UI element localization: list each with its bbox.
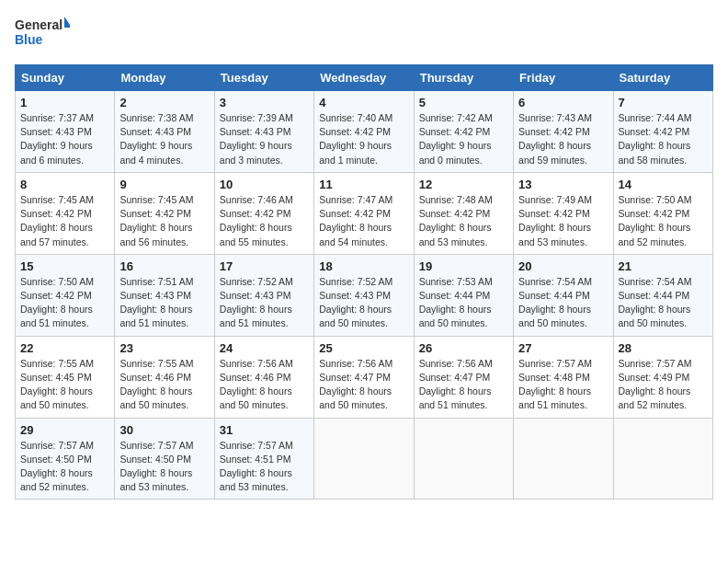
day-detail: Sunrise: 7:49 AM Sunset: 4:42 PM Dayligh… (518, 193, 608, 249)
day-detail: Sunrise: 7:38 AM Sunset: 4:43 PM Dayligh… (119, 111, 209, 167)
day-detail: Sunrise: 7:57 AM Sunset: 4:51 PM Dayligh… (220, 439, 309, 495)
header: General Blue (15, 15, 713, 53)
day-detail: Sunrise: 7:45 AM Sunset: 4:42 PM Dayligh… (119, 193, 209, 249)
day-number: 24 (220, 341, 309, 355)
day-number: 23 (119, 341, 209, 355)
calendar-cell (514, 418, 613, 500)
day-detail: Sunrise: 7:40 AM Sunset: 4:42 PM Dayligh… (319, 111, 408, 167)
weekday-header-monday: Monday (115, 65, 214, 91)
day-number: 28 (619, 341, 708, 355)
day-number: 14 (619, 178, 708, 191)
calendar-cell: 14Sunrise: 7:50 AM Sunset: 4:42 PM Dayli… (613, 172, 712, 254)
calendar-cell: 11Sunrise: 7:47 AM Sunset: 4:42 PM Dayli… (314, 172, 414, 254)
calendar-cell: 24Sunrise: 7:56 AM Sunset: 4:46 PM Dayli… (214, 336, 313, 418)
calendar-week-row: 22Sunrise: 7:55 AM Sunset: 4:45 PM Dayli… (16, 336, 713, 418)
calendar-cell: 27Sunrise: 7:57 AM Sunset: 4:48 PM Dayli… (514, 336, 613, 418)
day-number: 2 (119, 96, 209, 109)
calendar-cell: 21Sunrise: 7:54 AM Sunset: 4:44 PM Dayli… (613, 254, 712, 336)
day-number: 19 (419, 259, 508, 273)
day-detail: Sunrise: 7:51 AM Sunset: 4:43 PM Dayligh… (119, 275, 209, 331)
day-number: 30 (119, 423, 209, 437)
svg-text:General: General (15, 17, 63, 32)
calendar-cell: 8Sunrise: 7:45 AM Sunset: 4:42 PM Daylig… (16, 172, 115, 254)
calendar-cell: 12Sunrise: 7:48 AM Sunset: 4:42 PM Dayli… (414, 172, 513, 254)
day-number: 17 (220, 259, 309, 273)
day-number: 13 (518, 178, 608, 191)
logo: General Blue (15, 15, 70, 53)
day-number: 6 (518, 96, 608, 109)
day-detail: Sunrise: 7:57 AM Sunset: 4:48 PM Dayligh… (518, 357, 608, 413)
svg-text:Blue: Blue (15, 32, 43, 47)
calendar-cell: 23Sunrise: 7:55 AM Sunset: 4:46 PM Dayli… (115, 336, 214, 418)
day-number: 26 (419, 341, 508, 355)
day-detail: Sunrise: 7:54 AM Sunset: 4:44 PM Dayligh… (518, 275, 608, 331)
day-number: 25 (319, 341, 408, 355)
day-number: 16 (119, 259, 209, 273)
day-number: 11 (319, 178, 408, 191)
calendar-cell: 28Sunrise: 7:57 AM Sunset: 4:49 PM Dayli… (613, 336, 712, 418)
calendar-cell: 13Sunrise: 7:49 AM Sunset: 4:42 PM Dayli… (514, 172, 613, 254)
weekday-header-sunday: Sunday (16, 65, 115, 91)
calendar-cell (314, 418, 414, 500)
day-detail: Sunrise: 7:55 AM Sunset: 4:45 PM Dayligh… (20, 357, 109, 413)
day-detail: Sunrise: 7:42 AM Sunset: 4:42 PM Dayligh… (419, 111, 508, 167)
day-detail: Sunrise: 7:44 AM Sunset: 4:42 PM Dayligh… (619, 111, 708, 167)
calendar-cell: 18Sunrise: 7:52 AM Sunset: 4:43 PM Dayli… (314, 254, 414, 336)
day-number: 8 (20, 178, 109, 191)
weekday-header-thursday: Thursday (414, 65, 513, 91)
day-number: 29 (20, 423, 109, 437)
calendar-cell: 19Sunrise: 7:53 AM Sunset: 4:44 PM Dayli… (414, 254, 513, 336)
calendar-week-row: 8Sunrise: 7:45 AM Sunset: 4:42 PM Daylig… (16, 172, 713, 254)
calendar-cell: 15Sunrise: 7:50 AM Sunset: 4:42 PM Dayli… (16, 254, 115, 336)
calendar-week-row: 15Sunrise: 7:50 AM Sunset: 4:42 PM Dayli… (16, 254, 713, 336)
day-detail: Sunrise: 7:48 AM Sunset: 4:42 PM Dayligh… (419, 193, 508, 249)
calendar-week-row: 29Sunrise: 7:57 AM Sunset: 4:50 PM Dayli… (16, 418, 713, 500)
day-number: 22 (20, 341, 109, 355)
calendar-cell: 20Sunrise: 7:54 AM Sunset: 4:44 PM Dayli… (514, 254, 613, 336)
weekday-header-friday: Friday (514, 65, 613, 91)
calendar-cell: 17Sunrise: 7:52 AM Sunset: 4:43 PM Dayli… (214, 254, 313, 336)
day-number: 20 (518, 259, 608, 273)
day-number: 21 (619, 259, 708, 273)
calendar-cell: 10Sunrise: 7:46 AM Sunset: 4:42 PM Dayli… (214, 172, 313, 254)
calendar-table: SundayMondayTuesdayWednesdayThursdayFrid… (15, 64, 713, 500)
day-detail: Sunrise: 7:50 AM Sunset: 4:42 PM Dayligh… (619, 193, 708, 249)
day-number: 12 (419, 178, 508, 191)
weekday-header-tuesday: Tuesday (214, 65, 313, 91)
calendar-cell: 9Sunrise: 7:45 AM Sunset: 4:42 PM Daylig… (115, 172, 214, 254)
day-detail: Sunrise: 7:47 AM Sunset: 4:42 PM Dayligh… (319, 193, 408, 249)
day-detail: Sunrise: 7:54 AM Sunset: 4:44 PM Dayligh… (619, 275, 708, 331)
calendar-cell (414, 418, 513, 500)
day-detail: Sunrise: 7:57 AM Sunset: 4:50 PM Dayligh… (20, 439, 109, 495)
calendar-cell: 16Sunrise: 7:51 AM Sunset: 4:43 PM Dayli… (115, 254, 214, 336)
day-number: 3 (220, 96, 309, 109)
calendar-cell: 3Sunrise: 7:39 AM Sunset: 4:43 PM Daylig… (214, 91, 313, 173)
calendar-cell: 25Sunrise: 7:56 AM Sunset: 4:47 PM Dayli… (314, 336, 414, 418)
day-number: 15 (20, 259, 109, 273)
calendar-cell: 29Sunrise: 7:57 AM Sunset: 4:50 PM Dayli… (16, 418, 115, 500)
day-detail: Sunrise: 7:50 AM Sunset: 4:42 PM Dayligh… (20, 275, 109, 331)
calendar-cell: 30Sunrise: 7:57 AM Sunset: 4:50 PM Dayli… (115, 418, 214, 500)
day-number: 18 (319, 259, 408, 273)
day-detail: Sunrise: 7:45 AM Sunset: 4:42 PM Dayligh… (20, 193, 109, 249)
day-detail: Sunrise: 7:56 AM Sunset: 4:47 PM Dayligh… (419, 357, 508, 413)
calendar-week-row: 1Sunrise: 7:37 AM Sunset: 4:43 PM Daylig… (16, 91, 713, 173)
day-number: 31 (220, 423, 309, 437)
logo-svg: General Blue (15, 15, 70, 53)
day-number: 7 (619, 96, 708, 109)
day-detail: Sunrise: 7:57 AM Sunset: 4:50 PM Dayligh… (119, 439, 209, 495)
day-detail: Sunrise: 7:53 AM Sunset: 4:44 PM Dayligh… (419, 275, 508, 331)
day-detail: Sunrise: 7:52 AM Sunset: 4:43 PM Dayligh… (220, 275, 309, 331)
day-detail: Sunrise: 7:39 AM Sunset: 4:43 PM Dayligh… (220, 111, 309, 167)
weekday-header-wednesday: Wednesday (314, 65, 414, 91)
calendar-cell: 7Sunrise: 7:44 AM Sunset: 4:42 PM Daylig… (613, 91, 712, 173)
weekday-header-saturday: Saturday (613, 65, 712, 91)
day-detail: Sunrise: 7:46 AM Sunset: 4:42 PM Dayligh… (220, 193, 309, 249)
svg-marker-2 (64, 17, 70, 28)
calendar-cell: 4Sunrise: 7:40 AM Sunset: 4:42 PM Daylig… (314, 91, 414, 173)
calendar-cell: 22Sunrise: 7:55 AM Sunset: 4:45 PM Dayli… (16, 336, 115, 418)
day-detail: Sunrise: 7:55 AM Sunset: 4:46 PM Dayligh… (119, 357, 209, 413)
day-number: 4 (319, 96, 408, 109)
calendar-cell: 5Sunrise: 7:42 AM Sunset: 4:42 PM Daylig… (414, 91, 513, 173)
weekday-header-row: SundayMondayTuesdayWednesdayThursdayFrid… (16, 65, 713, 91)
